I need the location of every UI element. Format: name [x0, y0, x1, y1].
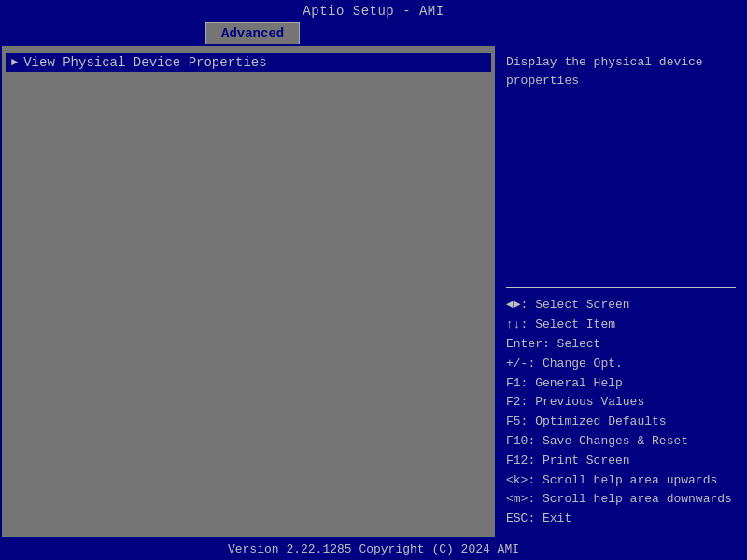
key-binding-enter: Enter: Select	[506, 335, 736, 355]
menu-item-view-physical[interactable]: ► View Physical Device Properties	[6, 53, 491, 72]
tab-bar: Advanced	[0, 22, 747, 44]
key-binding-select-screen: ◄►: Select Screen	[506, 296, 736, 315]
tab-advanced[interactable]: Advanced	[205, 22, 300, 44]
key-binding-change-opt: +/-: Change Opt.	[506, 355, 736, 374]
key-help: ◄►: Select Screen ↑↓: Select Item Enter:…	[506, 296, 736, 529]
key-binding-esc: ESC: Exit	[506, 510, 736, 529]
key-binding-select-item: ↑↓: Select Item	[506, 315, 736, 335]
footer: Version 2.22.1285 Copyright (C) 2024 AMI	[0, 539, 747, 560]
key-binding-f2: F2: Previous Values	[506, 393, 736, 413]
right-panel: Display the physical device properties ◄…	[497, 46, 745, 537]
left-panel: ► View Physical Device Properties	[2, 46, 497, 537]
screen: Aptio Setup - AMI Advanced ► View Physic…	[0, 0, 747, 560]
menu-item-label: View Physical Device Properties	[23, 55, 266, 70]
divider	[506, 287, 736, 288]
version-text: Version 2.22.1285 Copyright (C) 2024 AMI	[228, 542, 519, 556]
main-content: ► View Physical Device Properties Displa…	[0, 44, 747, 539]
key-binding-f10: F10: Save Changes & Reset	[506, 432, 736, 452]
key-binding-f1: F1: General Help	[506, 374, 736, 394]
arrow-icon: ►	[11, 56, 18, 69]
key-binding-f12: F12: Print Screen	[506, 452, 736, 471]
app-title: Aptio Setup - AMI	[303, 4, 444, 19]
key-binding-f5: F5: Optimized Defaults	[506, 413, 736, 432]
key-binding-m: <m>: Scroll help area downwards	[506, 490, 736, 510]
key-binding-k: <k>: Scroll help area upwards	[506, 471, 736, 491]
title-bar: Aptio Setup - AMI	[0, 0, 747, 22]
help-description: Display the physical device properties	[506, 53, 736, 90]
